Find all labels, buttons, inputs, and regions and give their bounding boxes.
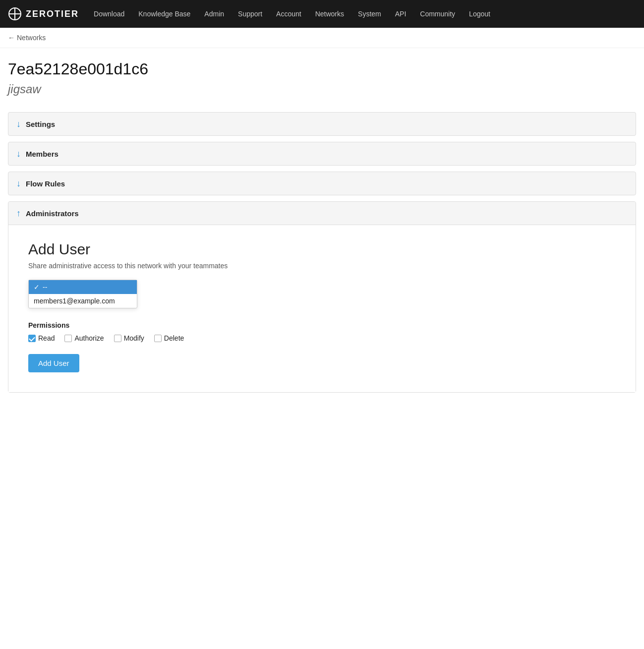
- nav-system[interactable]: System: [351, 0, 388, 28]
- read-label: Read: [38, 334, 55, 342]
- members-arrow-icon: ↓: [16, 149, 21, 158]
- authorize-label: Authorize: [74, 334, 104, 342]
- nav-admin[interactable]: Admin: [197, 0, 231, 28]
- flow-rules-label: Flow Rules: [26, 179, 65, 188]
- flow-rules-section: ↓ Flow Rules: [8, 172, 636, 195]
- administrators-arrow-icon: ↑: [16, 209, 21, 218]
- permissions-row: Read Authorize Modify Delete: [28, 334, 616, 342]
- checkmark-icon: ✓: [34, 283, 40, 291]
- modify-checkbox[interactable]: [114, 335, 121, 342]
- main-nav: Download Knowledge Base Admin Support Ac…: [87, 0, 497, 28]
- flow-rules-section-header[interactable]: ↓ Flow Rules: [8, 172, 636, 195]
- nav-api[interactable]: API: [388, 0, 413, 28]
- settings-label: Settings: [26, 120, 55, 128]
- network-name: jigsaw: [8, 82, 636, 96]
- header: ZEROTIER Download Knowledge Base Admin S…: [0, 0, 644, 28]
- members-section-header[interactable]: ↓ Members: [8, 142, 636, 165]
- dropdown-option-default-label: --: [43, 283, 47, 291]
- modify-label: Modify: [124, 334, 144, 342]
- settings-section: ↓ Settings: [8, 112, 636, 136]
- dropdown-option-member[interactable]: members1@example.com: [29, 294, 137, 308]
- zerotier-logo-icon: [8, 7, 22, 21]
- administrators-content: Add User Share administrative access to …: [8, 225, 636, 392]
- read-checkbox-checked[interactable]: [28, 335, 36, 342]
- nav-knowledge-base[interactable]: Knowledge Base: [131, 0, 197, 28]
- permission-modify[interactable]: Modify: [114, 334, 144, 342]
- add-user-description: Share administrative access to this netw…: [28, 262, 616, 270]
- nav-community[interactable]: Community: [413, 0, 462, 28]
- administrators-label: Administrators: [26, 209, 79, 218]
- settings-section-header[interactable]: ↓ Settings: [8, 113, 636, 135]
- delete-checkbox[interactable]: [154, 335, 162, 342]
- administrators-section: ↑ Administrators Add User Share administ…: [8, 201, 636, 393]
- members-label: Members: [26, 150, 59, 158]
- network-id: 7ea52128e001d1c6: [8, 60, 636, 78]
- nav-support[interactable]: Support: [231, 0, 269, 28]
- permissions-label: Permissions: [28, 321, 616, 329]
- members-section: ↓ Members: [8, 142, 636, 166]
- nav-networks[interactable]: Networks: [308, 0, 351, 28]
- logo-area[interactable]: ZEROTIER: [8, 7, 79, 21]
- permission-delete[interactable]: Delete: [154, 334, 184, 342]
- nav-logout[interactable]: Logout: [462, 0, 497, 28]
- dropdown-option-default[interactable]: ✓ --: [29, 280, 137, 294]
- breadcrumb-arrow: ←: [8, 34, 15, 42]
- logo-text: ZEROTIER: [26, 9, 79, 19]
- administrators-section-header[interactable]: ↑ Administrators: [8, 202, 636, 225]
- nav-download[interactable]: Download: [87, 0, 131, 28]
- authorize-checkbox[interactable]: [64, 335, 72, 342]
- dropdown-option-member-label: members1@example.com: [34, 297, 115, 305]
- user-dropdown[interactable]: ✓ -- members1@example.com: [28, 280, 137, 308]
- permission-read[interactable]: Read: [28, 334, 55, 342]
- add-user-button[interactable]: Add User: [28, 354, 79, 372]
- delete-label: Delete: [164, 334, 184, 342]
- nav-account[interactable]: Account: [269, 0, 308, 28]
- permission-authorize[interactable]: Authorize: [64, 334, 104, 342]
- breadcrumb[interactable]: ← Networks: [0, 28, 644, 48]
- flow-rules-arrow-icon: ↓: [16, 179, 21, 188]
- breadcrumb-label: Networks: [17, 34, 46, 42]
- add-user-title: Add User: [28, 241, 616, 258]
- settings-arrow-icon: ↓: [16, 119, 21, 128]
- main-content: 7ea52128e001d1c6 jigsaw ↓ Settings ↓ Mem…: [0, 48, 644, 411]
